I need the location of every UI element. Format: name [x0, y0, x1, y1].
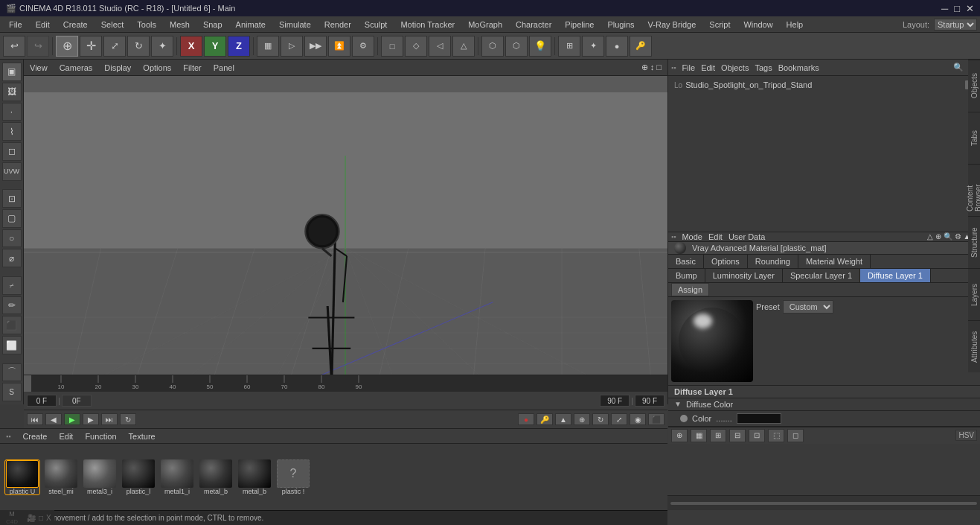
menu-vray[interactable]: V-Ray Bridge — [642, 19, 702, 31]
record-btn[interactable]: ● — [606, 36, 628, 57]
menu-character[interactable]: Character — [510, 19, 557, 31]
vtab-attributes[interactable]: Attributes — [968, 320, 980, 372]
vtab-content-browser[interactable]: Content Browser — [968, 164, 980, 216]
tab-material-weight[interactable]: Material Weight — [798, 255, 871, 268]
material-thumb-steel[interactable]: steel_mi — [43, 459, 79, 495]
record-timeline-btn[interactable]: ● — [518, 413, 534, 425]
material-thumb-plastic-u[interactable]: plastic U — [4, 459, 40, 495]
pen-tool[interactable]: ✏ — [2, 296, 22, 315]
edge-mode[interactable]: ⌇ — [2, 122, 22, 141]
menu-script[interactable]: Script — [703, 19, 736, 31]
record-motion-btn[interactable]: ▲ — [555, 413, 571, 425]
record-auto-btn[interactable]: 🔑 — [537, 413, 553, 425]
snap-settings[interactable]: ✦ — [582, 36, 604, 57]
menu-window[interactable]: Window — [737, 19, 778, 31]
menu-mograph[interactable]: MoGraph — [462, 19, 508, 31]
attr-edit-menu[interactable]: Edit — [708, 232, 723, 241]
mat-texture-menu[interactable]: Texture — [129, 432, 156, 441]
menu-select[interactable]: Select — [95, 19, 130, 31]
anm-lock-icon[interactable]: X — [46, 514, 51, 522]
next-frame-button[interactable]: ▶ — [83, 413, 99, 425]
vtab-layers[interactable]: Layers — [968, 268, 980, 320]
snap-enable[interactable]: ⊞ — [558, 36, 580, 57]
mat-edit-menu[interactable]: Edit — [59, 432, 73, 441]
material-thumb-metal1[interactable]: metal1_i — [159, 459, 195, 495]
model-mode[interactable]: ▣ — [2, 63, 22, 81]
viewport-canvas[interactable]: Perspective — [24, 76, 667, 404]
viewport-options[interactable]: Options — [143, 63, 171, 72]
object-item[interactable]: Lo Studio_Spotlight_on_Tripod_Stand — [671, 79, 977, 91]
obj-objects-menu[interactable]: Objects — [721, 63, 749, 72]
prev-frame-button[interactable]: ◀ — [45, 413, 62, 425]
display-wire[interactable]: ⬡ — [505, 36, 528, 57]
viewport-display[interactable]: Display — [104, 63, 131, 72]
goto-end-button[interactable]: ⏭ — [101, 413, 118, 425]
menu-edit[interactable]: Edit — [30, 19, 56, 31]
extrude-tool[interactable]: ⬛ — [2, 316, 22, 334]
preset-dropdown[interactable]: Custom — [783, 300, 833, 314]
select-tool[interactable]: ⊕ — [56, 36, 78, 57]
menu-file[interactable]: File — [3, 19, 28, 31]
tab-bump[interactable]: Bump — [668, 269, 705, 282]
menu-simulate[interactable]: Simulate — [273, 19, 317, 31]
uvw-mode[interactable]: UVW — [2, 162, 22, 181]
obj-edit-menu[interactable]: Edit — [701, 63, 715, 72]
render-all[interactable]: ▶▶ — [304, 36, 327, 57]
obj-search-icon[interactable]: 🔍 — [953, 63, 964, 72]
clone-tool[interactable]: ⬜ — [2, 336, 22, 354]
tab-basic[interactable]: Basic — [668, 255, 704, 268]
minimize-button[interactable]: ─ — [941, 3, 948, 14]
undo-button[interactable]: ↩ — [3, 36, 25, 57]
vtab-objects[interactable]: Objects — [968, 60, 980, 112]
render-settings[interactable]: ⚙ — [352, 36, 374, 57]
cam-lock-icon[interactable]: 🎥 — [27, 514, 36, 522]
mat-function-menu[interactable]: Function — [85, 432, 116, 441]
menu-plugins[interactable]: Plugins — [601, 19, 640, 31]
obj-tags-menu[interactable]: Tags — [755, 63, 772, 72]
menu-help[interactable]: Help — [781, 19, 810, 31]
layout-select[interactable]: Startup — [934, 19, 977, 31]
light-btn[interactable]: 💡 — [529, 36, 551, 57]
free-select[interactable]: ⌀ — [2, 249, 22, 267]
maximize-button[interactable]: □ — [954, 3, 960, 14]
tab-options[interactable]: Options — [704, 255, 748, 268]
viewport-panel[interactable]: Panel — [214, 63, 234, 72]
redo-button[interactable]: ↪ — [27, 36, 49, 57]
material-thumb-metal-b[interactable]: metal_b — [198, 459, 234, 495]
tab-rounding[interactable]: Rounding — [748, 255, 798, 268]
loop-button[interactable]: ↻ — [120, 413, 136, 425]
menu-create[interactable]: Create — [57, 19, 94, 31]
record-pos-btn[interactable]: ⊕ — [574, 413, 590, 425]
menu-motion-tracker[interactable]: Motion Tracker — [394, 19, 461, 31]
vtab-structure[interactable]: Structure — [968, 216, 980, 268]
x-axis-btn[interactable]: X — [180, 36, 202, 57]
circle-select[interactable]: ○ — [2, 229, 22, 248]
move-tool[interactable]: ✛ — [80, 36, 102, 57]
menu-pipeline[interactable]: Pipeline — [559, 19, 600, 31]
menu-sculpt[interactable]: Sculpt — [359, 19, 394, 31]
view-lock-icon[interactable]: □ — [39, 514, 43, 522]
timeline-ruler[interactable]: 10 20 30 40 50 60 70 80 90 — [24, 375, 667, 391]
menu-snap[interactable]: Snap — [197, 19, 228, 31]
y-axis-btn[interactable]: Y — [204, 36, 226, 57]
menu-tools[interactable]: Tools — [131, 19, 162, 31]
rect-select[interactable]: ▢ — [2, 209, 22, 228]
record-all-btn[interactable]: ◉ — [630, 413, 646, 425]
camera-top[interactable]: △ — [452, 36, 475, 57]
auto-key[interactable]: 🔑 — [630, 36, 652, 57]
obj-file-menu[interactable]: File — [682, 63, 695, 72]
material-thumb-plastic-l[interactable]: plastic_l — [121, 459, 156, 495]
record-scale-btn[interactable]: ⤢ — [611, 413, 627, 425]
tab-diffuse-layer[interactable]: Diffuse Layer 1 — [860, 269, 931, 282]
assign-button[interactable]: Assign — [671, 283, 709, 296]
viewport-cameras[interactable]: Cameras — [60, 63, 93, 72]
render-region[interactable]: ▦ — [257, 36, 279, 57]
close-button[interactable]: ✕ — [966, 3, 974, 14]
transform-tool[interactable]: ✦ — [151, 36, 173, 57]
menu-mesh[interactable]: Mesh — [164, 19, 196, 31]
point-mode[interactable]: · — [2, 103, 22, 121]
material-thumb-plastic-x[interactable]: ? plastic ! — [275, 459, 311, 495]
render-view[interactable]: ▷ — [281, 36, 303, 57]
texture-mode[interactable]: 🖼 — [2, 83, 22, 101]
camera-front[interactable]: □ — [381, 36, 403, 57]
